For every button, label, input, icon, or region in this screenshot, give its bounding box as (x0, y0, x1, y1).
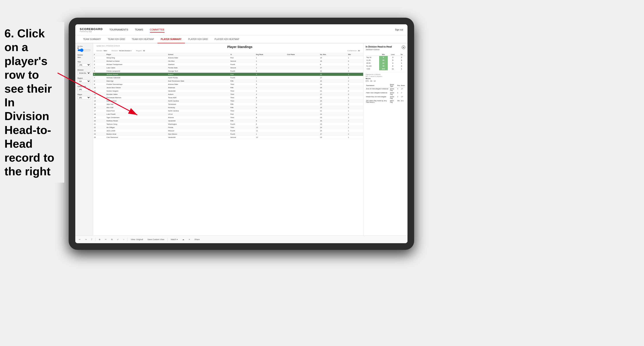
table-row[interactable]: 3 Michael Thorbjornsen Stanford Fourth 2… (93, 63, 363, 66)
cell-player: Phichaisak Maichon (106, 96, 167, 99)
table-row[interactable]: 6 Jackson Koivun Auburn First 3 22 1 (93, 73, 363, 76)
cell-win: 2 (347, 66, 363, 69)
toolbar-view-original[interactable]: View: Original (129, 238, 144, 241)
table-row[interactable]: 25 Cole Sherwood Vanderbilt Second 12 23… (93, 136, 363, 139)
table-row[interactable]: 23 Jack Lundin Missouri Fourth 11 24 1 (93, 129, 363, 132)
cell-yr: Second (230, 66, 255, 69)
toolbar-expand[interactable]: ⤢ (116, 238, 120, 241)
h2h-row: 11-25 20 9 5 (366, 59, 405, 62)
standings-tbody: 1 Wenyi Ding Arizona State First 1 15 1 … (93, 56, 363, 139)
cell-conf-rank (286, 73, 319, 76)
table-row[interactable]: 18 Luke Powell UCLA First 4 24 1 (93, 113, 363, 116)
table-row[interactable]: 22 Ian Gilligan Florida Third 10 24 1 (93, 126, 363, 129)
cell-reg-rank: 3 (255, 103, 286, 106)
table-row[interactable]: 7 Nicholas Gabrelcik North Florida Fourt… (93, 76, 363, 79)
cell-yr: Third (230, 116, 255, 119)
sidebar: No Rds. 6 Gender Men Year ( All) (75, 43, 93, 235)
no-rds-slider[interactable] (78, 49, 90, 51)
table-row[interactable]: 17 David Ford North Carolina Third 6 21 … (93, 109, 363, 113)
table-row[interactable]: 10 Jacob Skov Olesen Arkansas Fifth 4 25… (93, 86, 363, 89)
h2h-col-tie: Tie (398, 53, 405, 56)
cell-reg-rank: 6 (255, 109, 286, 113)
sidebar-conference-select[interactable]: (All) (78, 88, 90, 91)
table-row[interactable]: 12 Brendan Valles Auburn Third 4 27 0 (93, 93, 363, 96)
table-row[interactable]: 14 Maxwell Ford North Carolina Third 7 2… (93, 99, 363, 103)
cell-conf-rank (286, 106, 319, 109)
cell-win: 2 (347, 79, 363, 83)
h2h-close-button[interactable]: ✕ (402, 45, 405, 49)
table-row[interactable]: 20 Matthew Riedel Vanderbilt Fifth 9 26 … (93, 119, 363, 123)
toolbar-redo[interactable]: ↪ (84, 238, 88, 241)
table-row[interactable]: 1 Wenyi Ding Arizona State First 1 15 1 (93, 56, 363, 59)
cell-num: 24 (93, 132, 106, 136)
nav-teams[interactable]: TEAMS (135, 27, 143, 32)
sidebar-division-label: Division (78, 69, 90, 71)
toolbar-circle[interactable]: ○ (122, 238, 126, 241)
toolbar-add[interactable]: ⊕ (98, 238, 102, 241)
sub-nav-team-h2h-grid[interactable]: TEAM H2H GRID (104, 35, 128, 43)
cell-num: 16 (93, 106, 106, 109)
table-row[interactable]: 4 Luke Claton Florida State Second 1 27 … (93, 66, 363, 69)
sign-out-link[interactable]: Sign out (395, 28, 403, 31)
table-row[interactable]: 11 Gordon Sargent Vanderbilt Third 4 21 … (93, 89, 363, 93)
cell-school: Texas A&M (167, 96, 230, 99)
h2h-range: 11-25 (366, 59, 379, 62)
standings-title: Player Standings (227, 45, 252, 49)
sub-nav-player-h2h-heatmap[interactable]: PLAYER H2H HEATMAP (211, 35, 243, 43)
toolbar-watch[interactable]: Watch ▾ (170, 238, 180, 241)
sidebar-region: Region N/A (78, 77, 90, 83)
cell-no-rds: 24 (319, 129, 347, 132)
cell-school: Auburn (167, 73, 230, 76)
table-row[interactable]: 24 Bastien Amat New Mexico Fourth 1 27 2 (93, 132, 363, 136)
cell-school: Vanderbilt (167, 136, 230, 139)
toolbar-share[interactable]: Share (193, 238, 201, 241)
cell-yr: Third (230, 96, 255, 99)
h2h-row: 26-50 22 4 1 (366, 62, 405, 65)
cell-reg-rank: 4 (255, 86, 286, 89)
sub-nav-team-summary[interactable]: TEAM SUMMARY (80, 35, 104, 43)
cell-conf-rank (286, 93, 319, 96)
sub-nav-team-h2h-heatmap[interactable]: TEAM H2H HEATMAP (128, 35, 158, 43)
cell-win: 2 (347, 76, 363, 79)
toolbar-save-custom[interactable]: Save Custom View (146, 238, 166, 241)
sidebar-conference: Conference (All) (78, 86, 90, 91)
table-row[interactable]: 19 Tiger Christensen Arizona Third 8 23 … (93, 116, 363, 119)
tour-name: SEC Match Play hosted by Jerry Pate Roun… (366, 100, 390, 103)
table-row[interactable]: 21 Taehoon Song Washington Fourth 6 23 1 (93, 123, 363, 126)
sub-nav-player-summary[interactable]: PLAYER SUMMARY (158, 35, 185, 43)
cell-no-rds: 24 (319, 83, 347, 86)
table-row[interactable]: 5 Christo Lamprecht Georgia Tech Fourth … (93, 69, 363, 73)
cell-win: 1 (347, 109, 363, 113)
cell-num: 1 (93, 56, 106, 59)
sidebar-year-select[interactable]: ( All) (78, 63, 90, 67)
sidebar-division-select[interactable]: NCAA Division I (78, 71, 90, 75)
cell-player: Gordon Sargent (106, 89, 167, 93)
cell-reg-rank: 1 (255, 56, 286, 59)
cell-yr: Third (230, 93, 255, 96)
sidebar-gender-label: Gender (78, 54, 90, 56)
toolbar-refresh[interactable]: ⤴ (90, 238, 94, 241)
toolbar-menu[interactable]: ≡ (187, 238, 191, 241)
cell-yr: Second (230, 59, 255, 63)
standings-table-head: # Player School Yr Reg Rank Conf Rank No… (93, 53, 363, 56)
cell-school: Georgia Tech (167, 69, 230, 73)
cell-conf-rank (286, 119, 319, 123)
cell-no-rds: 27 (319, 103, 347, 106)
col-win: Win (347, 53, 363, 56)
sidebar-player-select[interactable]: (All) (78, 96, 90, 99)
toolbar-cut[interactable]: ✂ (104, 238, 108, 241)
sidebar-region-select[interactable]: N/A (78, 80, 90, 83)
toolbar-copy[interactable]: ⧉ (110, 238, 114, 241)
table-row[interactable]: 13 Phichaisak Maichon Texas A&M Third 6 … (93, 96, 363, 99)
toolbar-undo[interactable]: ↩ (78, 238, 82, 241)
toolbar-cloud[interactable]: ☁ (181, 238, 186, 241)
table-row[interactable]: 15 Jake Hall Tennessee Fifth 3 27 2 (93, 103, 363, 106)
table-row[interactable]: 8 Mats Ege East Tennessee State Fifth 1 … (93, 79, 363, 83)
sub-nav-player-h2h-grid[interactable]: PLAYER H2H GRID (185, 35, 211, 43)
h2h-loss: 6 (388, 65, 398, 67)
table-row[interactable]: 9 Preston Summerhays Arizona State Third… (93, 83, 363, 86)
table-row[interactable]: 16 Alex Goff Kentucky Fifth 8 19 0 (93, 106, 363, 109)
table-row[interactable]: 2 Michael La Sasse Ole Miss Second 1 18 … (93, 59, 363, 63)
nav-tournaments[interactable]: TOURNAMENTS (110, 27, 128, 32)
nav-committee[interactable]: COMMITTEE (150, 27, 164, 32)
